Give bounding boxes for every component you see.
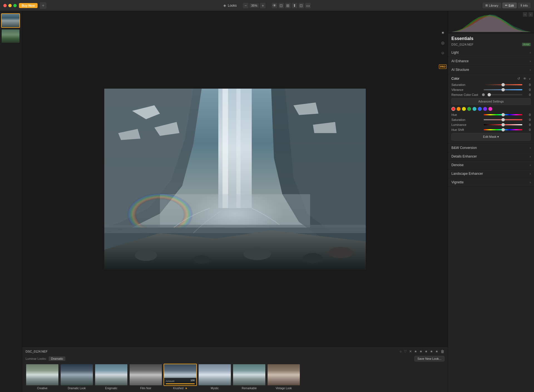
look-dramatic-look[interactable]: Dramatic Look bbox=[60, 364, 93, 390]
swatch-cyan[interactable] bbox=[473, 107, 476, 111]
vibrance-track[interactable] bbox=[484, 89, 522, 90]
saturation-label: Saturation bbox=[451, 83, 482, 86]
section-bw-header[interactable]: B&W Conversion › bbox=[448, 144, 534, 152]
minimize-button[interactable] bbox=[8, 4, 12, 7]
section-landscape-toggle: › bbox=[530, 172, 531, 175]
adv-saturation-thumb[interactable] bbox=[501, 118, 505, 121]
star-1[interactable]: ★ bbox=[414, 349, 417, 353]
remove-color-cast-track[interactable] bbox=[488, 94, 522, 95]
section-light-header[interactable]: Light › bbox=[448, 48, 534, 57]
luminance-track[interactable] bbox=[484, 124, 522, 125]
delete-icon[interactable]: ✕ bbox=[409, 349, 412, 353]
zoom-percentage[interactable]: 35% bbox=[249, 3, 259, 8]
zoom-controls: − 35% + bbox=[243, 3, 266, 8]
look-creative[interactable]: Creative bbox=[26, 364, 59, 390]
section-ai-structure-toggle: › bbox=[530, 68, 531, 71]
histogram-left-arrow[interactable]: ‹ bbox=[523, 12, 527, 17]
look-mystic[interactable]: Mystic bbox=[198, 364, 231, 390]
edit-tab-button[interactable]: ✏ Edit bbox=[502, 3, 517, 8]
library-label: Library bbox=[489, 4, 498, 7]
heart-button[interactable]: ♡ bbox=[404, 349, 407, 353]
star-4[interactable]: ★ bbox=[430, 349, 433, 353]
hue-track[interactable] bbox=[484, 114, 522, 115]
look-film-noir-label: Film Noir bbox=[140, 387, 151, 390]
looks-bar: Luminar Looks: Dramatic Save New Look... bbox=[26, 356, 444, 361]
luminance-value: 0 bbox=[524, 123, 531, 126]
section-vignette-header[interactable]: Vignette › bbox=[448, 178, 534, 186]
bottom-bar: DSC_0124.NEF ○ ♡ ✕ ★ ★ ★ ★ ★ 🗑 Luminar L… bbox=[22, 347, 448, 392]
section-denoise-header[interactable]: Denoise › bbox=[448, 161, 534, 169]
library-tab-button[interactable]: ⊞ Library bbox=[483, 3, 501, 8]
main-image bbox=[104, 89, 366, 269]
section-details-header[interactable]: Details Enhancer › bbox=[448, 152, 534, 161]
look-enigmatic[interactable]: Enigmatic bbox=[95, 364, 128, 390]
swatch-yellow[interactable] bbox=[462, 107, 466, 111]
section-ai-structure-header[interactable]: AI Structure › bbox=[448, 66, 534, 74]
buy-now-button[interactable]: Buy Now bbox=[19, 3, 38, 8]
section-light-title: Light bbox=[451, 51, 459, 54]
star-2[interactable]: ★ bbox=[419, 349, 422, 353]
crop-button[interactable]: ⊞ bbox=[285, 3, 291, 8]
amount-value: 100 bbox=[191, 379, 195, 382]
look-remarkable[interactable]: Remarkable bbox=[233, 364, 266, 390]
histogram-right-arrow[interactable]: › bbox=[528, 12, 533, 17]
preview-button[interactable]: 👁 bbox=[272, 3, 277, 8]
filmstrip-item-1[interactable] bbox=[1, 13, 20, 28]
svg-point-13 bbox=[328, 247, 353, 258]
edit-mask-label: Edit Mask ▾ bbox=[483, 135, 499, 139]
star-5[interactable]: ★ bbox=[435, 349, 438, 353]
swatch-magenta[interactable] bbox=[488, 107, 492, 111]
saturation-track[interactable] bbox=[484, 84, 522, 85]
color-reset-button[interactable]: ↺ bbox=[516, 76, 521, 81]
hue-shift-track[interactable] bbox=[484, 129, 522, 130]
edit-mask-button[interactable]: Edit Mask ▾ bbox=[451, 133, 531, 141]
maximize-button[interactable] bbox=[13, 4, 17, 7]
raw-badge: RAW bbox=[522, 43, 531, 46]
zoom-in-button[interactable]: + bbox=[260, 3, 266, 8]
look-film-noir[interactable]: Film Noir bbox=[129, 364, 162, 390]
info-tab-button[interactable]: ℹ Info bbox=[518, 3, 531, 8]
view-controls: 👁 ⊡ ⊞ ⬆ ⊡ ▭ bbox=[272, 3, 311, 8]
swatch-indigo[interactable] bbox=[483, 107, 487, 111]
color-eye-button[interactable]: 👁 bbox=[523, 76, 527, 81]
swatch-green[interactable] bbox=[467, 107, 471, 111]
adv-saturation-track[interactable] bbox=[484, 119, 522, 120]
zoom-out-button[interactable]: − bbox=[243, 3, 248, 8]
look-krushed[interactable]: Amount 100 Krushed ★ bbox=[164, 364, 197, 390]
export-button[interactable]: ⬆ bbox=[292, 3, 297, 8]
compare-button[interactable]: ⊡ bbox=[278, 3, 284, 8]
library-icon: ⊞ bbox=[485, 4, 488, 7]
section-ai-enhance-header[interactable]: AI Enhance › bbox=[448, 57, 534, 65]
advanced-settings-button[interactable]: Advanced Settings bbox=[451, 98, 531, 105]
swatch-blue[interactable] bbox=[478, 107, 482, 111]
section-landscape-title: Landscape Enhancer bbox=[451, 172, 483, 176]
swatch-red[interactable] bbox=[451, 107, 455, 111]
looks-tag[interactable]: Dramatic bbox=[49, 356, 65, 361]
save-new-look-button[interactable]: Save New Look... bbox=[414, 356, 444, 361]
close-button[interactable] bbox=[3, 4, 7, 7]
looks-label: Looks bbox=[228, 4, 237, 8]
hue-shift-thumb[interactable] bbox=[501, 128, 505, 131]
luminance-thumb[interactable] bbox=[501, 123, 505, 126]
saturation-thumb[interactable] bbox=[501, 83, 505, 86]
star-3[interactable]: ★ bbox=[425, 349, 428, 353]
section-ai-structure-title: AI Structure bbox=[451, 68, 469, 72]
edit-icon: ✏ bbox=[505, 4, 508, 7]
slideshow-button[interactable]: ▭ bbox=[305, 3, 311, 8]
fullscreen-button[interactable]: ⊡ bbox=[298, 3, 304, 8]
trash-button[interactable]: 🗑 bbox=[441, 349, 444, 354]
new-tab-button[interactable]: + bbox=[40, 2, 46, 9]
vibrance-thumb[interactable] bbox=[501, 88, 505, 91]
hue-thumb[interactable] bbox=[501, 113, 505, 116]
amount-bar bbox=[166, 383, 195, 384]
vibrance-value: 0 bbox=[524, 88, 531, 91]
swatch-orange[interactable] bbox=[457, 107, 461, 111]
remove-color-cast-thumb[interactable] bbox=[488, 93, 491, 96]
hue-shift-value: 0 bbox=[524, 128, 531, 131]
section-vignette: Vignette › bbox=[448, 178, 534, 187]
flag-button[interactable]: ○ bbox=[400, 349, 402, 353]
filmstrip-item-2[interactable] bbox=[1, 29, 20, 43]
section-color-header[interactable]: Color ↺ 👁 ∨ bbox=[448, 74, 534, 83]
look-vintage-look[interactable]: Vintage Look bbox=[267, 364, 300, 390]
section-landscape-header[interactable]: Landscape Enhancer › bbox=[448, 169, 534, 178]
